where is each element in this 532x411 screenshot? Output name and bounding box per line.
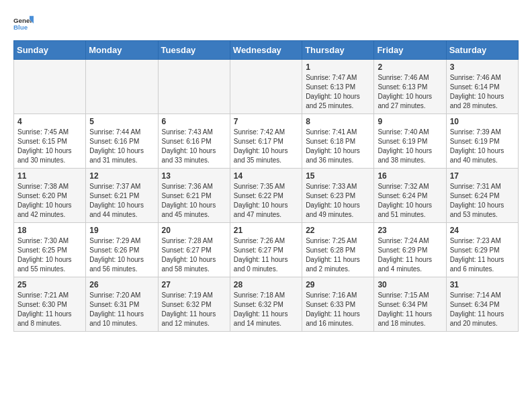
day-cell: 20Sunrise: 7:28 AMSunset: 6:27 PMDayligh…	[158, 223, 230, 277]
day-info: Sunrise: 7:29 AMSunset: 6:26 PMDaylight:…	[89, 236, 154, 274]
day-info: Sunrise: 7:31 AMSunset: 6:24 PMDaylight:…	[450, 182, 515, 220]
day-info: Sunrise: 7:28 AMSunset: 6:27 PMDaylight:…	[162, 236, 226, 274]
day-number: 22	[306, 226, 370, 235]
day-number: 5	[89, 117, 154, 126]
day-number: 26	[89, 280, 154, 289]
calendar-table: SundayMondayTuesdayWednesdayThursdayFrid…	[13, 40, 519, 332]
day-cell: 26Sunrise: 7:20 AMSunset: 6:31 PMDayligh…	[86, 277, 158, 332]
day-info: Sunrise: 7:38 AMSunset: 6:20 PMDaylight:…	[17, 182, 82, 220]
day-cell: 6Sunrise: 7:43 AMSunset: 6:16 PMDaylight…	[158, 114, 230, 169]
day-number: 20	[162, 226, 226, 235]
week-row-4: 18Sunrise: 7:30 AMSunset: 6:25 PMDayligh…	[14, 223, 519, 277]
day-cell: 19Sunrise: 7:29 AMSunset: 6:26 PMDayligh…	[86, 223, 158, 277]
day-number: 8	[306, 117, 370, 126]
header-day-sunday: Sunday	[14, 41, 86, 60]
day-info: Sunrise: 7:25 AMSunset: 6:28 PMDaylight:…	[306, 236, 370, 274]
day-cell: 24Sunrise: 7:23 AMSunset: 6:29 PMDayligh…	[446, 223, 518, 277]
day-cell: 16Sunrise: 7:32 AMSunset: 6:24 PMDayligh…	[374, 169, 446, 223]
calendar-body: 1Sunrise: 7:47 AMSunset: 6:13 PMDaylight…	[14, 60, 519, 332]
day-number: 29	[306, 280, 370, 289]
day-info: Sunrise: 7:15 AMSunset: 6:34 PMDaylight:…	[378, 291, 442, 328]
day-info: Sunrise: 7:40 AMSunset: 6:19 PMDaylight:…	[378, 128, 442, 165]
day-info: Sunrise: 7:45 AMSunset: 6:15 PMDaylight:…	[17, 128, 82, 165]
day-info: Sunrise: 7:41 AMSunset: 6:18 PMDaylight:…	[306, 128, 370, 165]
header-row: SundayMondayTuesdayWednesdayThursdayFrid…	[14, 41, 519, 60]
header-day-thursday: Thursday	[302, 41, 374, 60]
week-row-1: 1Sunrise: 7:47 AMSunset: 6:13 PMDaylight…	[14, 60, 519, 114]
day-number: 4	[17, 117, 82, 126]
day-cell: 21Sunrise: 7:26 AMSunset: 6:27 PMDayligh…	[230, 223, 302, 277]
day-cell: 25Sunrise: 7:21 AMSunset: 6:30 PMDayligh…	[14, 277, 86, 332]
day-cell: 28Sunrise: 7:18 AMSunset: 6:32 PMDayligh…	[230, 277, 302, 332]
day-info: Sunrise: 7:30 AMSunset: 6:25 PMDaylight:…	[17, 236, 82, 274]
day-cell: 31Sunrise: 7:14 AMSunset: 6:34 PMDayligh…	[446, 277, 518, 332]
day-info: Sunrise: 7:36 AMSunset: 6:21 PMDaylight:…	[162, 182, 226, 220]
day-cell: 17Sunrise: 7:31 AMSunset: 6:24 PMDayligh…	[446, 169, 518, 223]
week-row-2: 4Sunrise: 7:45 AMSunset: 6:15 PMDaylight…	[14, 114, 519, 169]
day-number: 21	[234, 226, 298, 235]
day-info: Sunrise: 7:47 AMSunset: 6:13 PMDaylight:…	[306, 73, 370, 111]
day-cell	[86, 60, 158, 114]
day-number: 12	[89, 171, 154, 181]
day-number: 31	[450, 280, 515, 289]
day-number: 27	[162, 280, 226, 289]
day-info: Sunrise: 7:20 AMSunset: 6:31 PMDaylight:…	[89, 291, 154, 328]
day-number: 17	[450, 171, 515, 181]
header-day-wednesday: Wednesday	[230, 41, 302, 60]
day-cell: 5Sunrise: 7:44 AMSunset: 6:16 PMDaylight…	[86, 114, 158, 169]
day-cell: 8Sunrise: 7:41 AMSunset: 6:18 PMDaylight…	[302, 114, 374, 169]
day-cell: 1Sunrise: 7:47 AMSunset: 6:13 PMDaylight…	[302, 60, 374, 114]
day-number: 15	[306, 171, 370, 181]
header-day-friday: Friday	[374, 41, 446, 60]
day-cell: 3Sunrise: 7:46 AMSunset: 6:14 PMDaylight…	[446, 60, 518, 114]
day-info: Sunrise: 7:24 AMSunset: 6:29 PMDaylight:…	[378, 236, 442, 274]
day-info: Sunrise: 7:43 AMSunset: 6:16 PMDaylight:…	[162, 128, 226, 165]
day-cell: 23Sunrise: 7:24 AMSunset: 6:29 PMDayligh…	[374, 223, 446, 277]
day-info: Sunrise: 7:42 AMSunset: 6:17 PMDaylight:…	[234, 128, 298, 165]
day-number: 24	[450, 226, 515, 235]
day-info: Sunrise: 7:26 AMSunset: 6:27 PMDaylight:…	[234, 236, 298, 274]
day-number: 11	[17, 171, 82, 181]
day-number: 14	[234, 171, 298, 181]
day-cell: 12Sunrise: 7:37 AMSunset: 6:21 PMDayligh…	[86, 169, 158, 223]
day-info: Sunrise: 7:19 AMSunset: 6:32 PMDaylight:…	[162, 291, 226, 328]
day-cell	[14, 60, 86, 114]
day-number: 28	[234, 280, 298, 289]
calendar-header: SundayMondayTuesdayWednesdayThursdayFrid…	[14, 41, 519, 60]
day-cell: 2Sunrise: 7:46 AMSunset: 6:13 PMDaylight…	[374, 60, 446, 114]
day-cell: 9Sunrise: 7:40 AMSunset: 6:19 PMDaylight…	[374, 114, 446, 169]
day-info: Sunrise: 7:14 AMSunset: 6:34 PMDaylight:…	[450, 291, 515, 328]
day-number: 9	[378, 117, 442, 126]
day-cell: 30Sunrise: 7:15 AMSunset: 6:34 PMDayligh…	[374, 277, 446, 332]
day-number: 7	[234, 117, 298, 126]
day-info: Sunrise: 7:44 AMSunset: 6:16 PMDaylight:…	[89, 128, 154, 165]
day-info: Sunrise: 7:46 AMSunset: 6:13 PMDaylight:…	[378, 73, 442, 111]
day-info: Sunrise: 7:37 AMSunset: 6:21 PMDaylight:…	[89, 182, 154, 220]
logo-icon: General Blue	[13, 13, 34, 34]
day-number: 2	[378, 62, 442, 72]
day-cell: 18Sunrise: 7:30 AMSunset: 6:25 PMDayligh…	[14, 223, 86, 277]
day-info: Sunrise: 7:16 AMSunset: 6:33 PMDaylight:…	[306, 291, 370, 328]
day-number: 16	[378, 171, 442, 181]
day-cell: 13Sunrise: 7:36 AMSunset: 6:21 PMDayligh…	[158, 169, 230, 223]
week-row-5: 25Sunrise: 7:21 AMSunset: 6:30 PMDayligh…	[14, 277, 519, 332]
day-info: Sunrise: 7:32 AMSunset: 6:24 PMDaylight:…	[378, 182, 442, 220]
day-cell: 14Sunrise: 7:35 AMSunset: 6:22 PMDayligh…	[230, 169, 302, 223]
day-info: Sunrise: 7:33 AMSunset: 6:23 PMDaylight:…	[306, 182, 370, 220]
svg-text:Blue: Blue	[13, 24, 28, 31]
day-info: Sunrise: 7:18 AMSunset: 6:32 PMDaylight:…	[234, 291, 298, 328]
header-day-tuesday: Tuesday	[158, 41, 230, 60]
day-info: Sunrise: 7:21 AMSunset: 6:30 PMDaylight:…	[17, 291, 82, 328]
day-cell: 7Sunrise: 7:42 AMSunset: 6:17 PMDaylight…	[230, 114, 302, 169]
day-cell: 29Sunrise: 7:16 AMSunset: 6:33 PMDayligh…	[302, 277, 374, 332]
day-number: 1	[306, 62, 370, 72]
header: General Blue	[13, 13, 519, 34]
day-number: 30	[378, 280, 442, 289]
day-cell: 11Sunrise: 7:38 AMSunset: 6:20 PMDayligh…	[14, 169, 86, 223]
day-number: 23	[378, 226, 442, 235]
day-cell: 27Sunrise: 7:19 AMSunset: 6:32 PMDayligh…	[158, 277, 230, 332]
day-number: 25	[17, 280, 82, 289]
day-number: 18	[17, 226, 82, 235]
day-number: 3	[450, 62, 515, 72]
week-row-3: 11Sunrise: 7:38 AMSunset: 6:20 PMDayligh…	[14, 169, 519, 223]
